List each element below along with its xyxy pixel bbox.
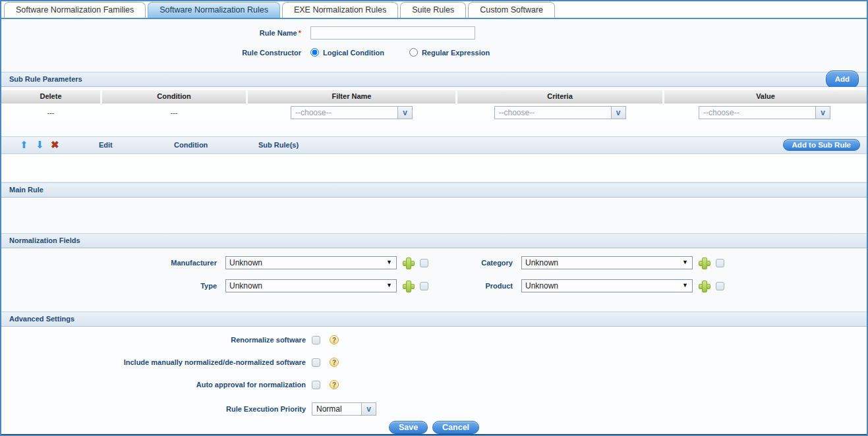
- category-checkbox[interactable]: [716, 259, 724, 267]
- advanced-settings-content: Renormalize software ? Include manually …: [1, 327, 867, 434]
- tab-software-normalization-families[interactable]: Software Normalization Families: [4, 2, 146, 18]
- add-manufacturer-icon[interactable]: [403, 258, 413, 268]
- main-rule-header: Main Rule: [1, 182, 867, 198]
- sub-rule-list-empty-area: [1, 154, 867, 182]
- rule-name-label-text: Rule Name: [260, 29, 297, 37]
- column-header-criteria: Criteria: [457, 90, 662, 103]
- help-icon[interactable]: ?: [330, 358, 339, 367]
- column-header-filter-name: Filter Name: [248, 90, 455, 103]
- column-header-condition: Condition: [102, 90, 246, 103]
- chevron-down-icon[interactable]: v: [815, 107, 830, 119]
- help-icon[interactable]: ?: [330, 380, 339, 389]
- tab-bar: Software Normalization Families Software…: [1, 1, 867, 19]
- value-dropdown[interactable]: --choose-- v: [699, 106, 830, 119]
- add-to-sub-rule-button[interactable]: Add to Sub Rule: [783, 139, 860, 151]
- sub-rule-parameters-table: Delete Condition Filter Name Criteria Va…: [1, 87, 867, 136]
- value-dropdown-value: --choose--: [699, 107, 815, 119]
- save-button[interactable]: Save: [389, 421, 428, 434]
- type-select[interactable]: Unknown: [225, 279, 397, 292]
- manufacturer-label: Manufacturer: [1, 259, 217, 267]
- chevron-down-icon[interactable]: v: [361, 403, 376, 415]
- category-label: Category: [455, 259, 513, 267]
- tab-custom-software[interactable]: Custom Software: [468, 2, 555, 18]
- table-row: --- --- --choose-- v --choose-- v --choo…: [1, 103, 867, 121]
- sub-rule-column-sub-rules: Sub Rule(s): [258, 141, 299, 149]
- help-icon[interactable]: ?: [330, 335, 339, 344]
- column-header-value: Value: [664, 90, 867, 103]
- renormalize-software-checkbox[interactable]: [312, 336, 320, 344]
- delete-cell: ---: [1, 109, 100, 117]
- logical-condition-label: Logical Condition: [323, 49, 384, 57]
- chevron-down-icon[interactable]: v: [397, 107, 412, 119]
- auto-approval-label: Auto approval for normalization: [1, 381, 306, 389]
- rule-execution-priority-dropdown[interactable]: Normal v: [312, 402, 376, 416]
- cancel-button[interactable]: Cancel: [432, 421, 479, 434]
- filter-name-dropdown-value: --choose--: [291, 107, 397, 119]
- chevron-down-icon[interactable]: v: [611, 107, 625, 119]
- software-normalization-page: Software Normalization Families Software…: [0, 0, 868, 436]
- sub-rule-parameters-title: Sub Rule Parameters: [9, 72, 82, 86]
- rule-constructor-label: Rule Constructor: [1, 49, 301, 57]
- auto-approval-checkbox[interactable]: [312, 381, 320, 389]
- include-manually-normalized-checkbox[interactable]: [312, 358, 320, 367]
- add-product-icon[interactable]: [699, 281, 709, 291]
- column-header-delete: Delete: [1, 90, 100, 103]
- regular-expression-radio[interactable]: [409, 48, 418, 57]
- product-select[interactable]: Unknown: [521, 279, 693, 292]
- regular-expression-label: Regular Expression: [422, 49, 490, 57]
- sub-rule-column-condition: Condition: [174, 141, 208, 149]
- move-up-icon[interactable]: ⬆: [20, 139, 28, 151]
- include-manually-normalized-label: Include manually normalized/de-normalize…: [1, 358, 306, 366]
- rule-name-label: Rule Name*: [1, 29, 301, 37]
- tab-exe-normalization-rules[interactable]: EXE Normalization Rules: [282, 2, 398, 18]
- renormalize-software-label: Renormalize software: [1, 336, 306, 344]
- add-button[interactable]: Add: [826, 70, 859, 88]
- tab-software-normalization-rules[interactable]: Software Normalization Rules: [148, 2, 280, 18]
- required-marker: *: [299, 29, 301, 37]
- rule-name-input[interactable]: [310, 26, 475, 40]
- normalization-fields-title: Normalization Fields: [9, 234, 80, 248]
- normalization-fields-content: Manufacturer Unknown ▼ Category Unknown …: [1, 248, 867, 312]
- rule-execution-priority-value: Normal: [312, 403, 361, 415]
- add-type-icon[interactable]: [403, 281, 413, 291]
- sub-rule-table-header: Delete Condition Filter Name Criteria Va…: [1, 90, 867, 103]
- tab-suite-rules[interactable]: Suite Rules: [400, 2, 466, 18]
- type-label: Type: [1, 282, 217, 290]
- criteria-dropdown[interactable]: --choose-- v: [494, 106, 626, 119]
- sub-rule-parameters-header: Sub Rule Parameters Add: [1, 72, 867, 87]
- product-label: Product: [455, 282, 513, 290]
- advanced-settings-header: Advanced Settings: [1, 312, 867, 327]
- normalization-fields-header: Normalization Fields: [1, 233, 867, 248]
- rule-execution-priority-label: Rule Execution Priority: [1, 405, 306, 413]
- manufacturer-select[interactable]: Unknown: [225, 256, 397, 269]
- condition-cell: ---: [102, 109, 246, 117]
- move-down-icon[interactable]: ⬇: [36, 139, 44, 151]
- sub-rule-column-edit: Edit: [99, 141, 113, 149]
- product-checkbox[interactable]: [716, 282, 724, 290]
- delete-icon[interactable]: ✖: [51, 139, 59, 151]
- add-category-icon[interactable]: [699, 258, 709, 268]
- logical-condition-radio[interactable]: [310, 48, 319, 57]
- criteria-dropdown-value: --choose--: [495, 107, 611, 119]
- advanced-settings-title: Advanced Settings: [9, 312, 74, 326]
- type-checkbox[interactable]: [420, 282, 428, 290]
- main-rule-empty-area: [1, 198, 867, 233]
- rule-header-form: Rule Name* Rule Constructor Logical Cond…: [1, 19, 867, 72]
- sub-rule-list-toolbar: ⬆ ⬇ ✖ Edit Condition Sub Rule(s) Add to …: [1, 136, 867, 154]
- category-select[interactable]: Unknown: [521, 256, 693, 269]
- main-rule-title: Main Rule: [9, 183, 43, 197]
- filter-name-dropdown[interactable]: --choose-- v: [291, 106, 413, 119]
- manufacturer-checkbox[interactable]: [420, 259, 428, 267]
